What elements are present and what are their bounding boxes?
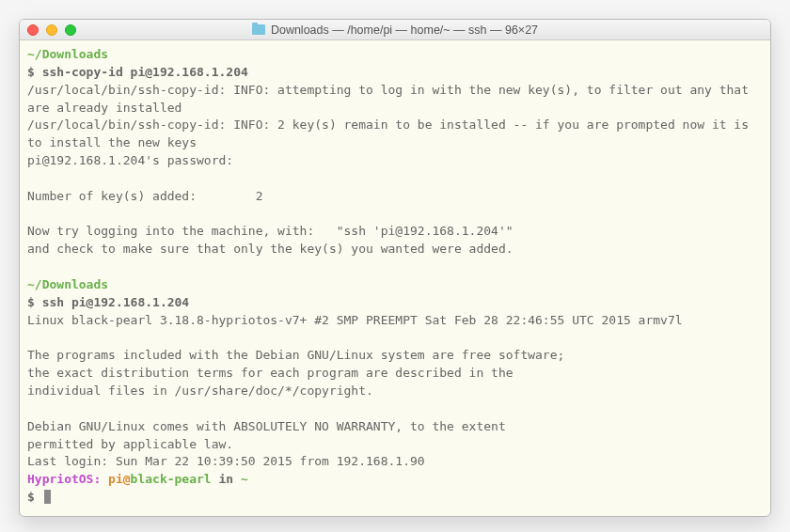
- output-line: Last login: Sun Mar 22 10:39:50 2015 fro…: [27, 454, 425, 468]
- output-line: and check to make sure that only the key…: [27, 242, 514, 256]
- terminal-body[interactable]: ~/Downloads $ ssh-copy-id pi@192.168.1.2…: [20, 40, 770, 516]
- terminal-window: Downloads — /home/pi — home/~ — ssh — 96…: [19, 19, 771, 517]
- output-line: Number of key(s) added: 2: [27, 189, 262, 203]
- output-line: Debian GNU/Linux comes with ABSOLUTELY N…: [27, 419, 506, 433]
- maximize-icon[interactable]: [65, 24, 76, 36]
- cwd-line: ~/Downloads: [27, 277, 108, 291]
- command: ssh-copy-id pi@192.168.1.204: [42, 65, 248, 79]
- output-line: the exact distribution terms for each pr…: [27, 366, 514, 380]
- ps1-at: @: [123, 472, 131, 486]
- cwd-line: ~/Downloads: [27, 47, 108, 61]
- command: ssh pi@192.168.1.204: [42, 295, 190, 309]
- traffic-lights: [20, 24, 76, 36]
- ps1-dir: ~: [241, 472, 248, 486]
- prompt: $: [27, 65, 42, 79]
- prompt: $: [27, 490, 42, 504]
- ps1-host: black-pearl: [131, 472, 212, 486]
- output-line: Now try logging into the machine, with: …: [27, 224, 514, 238]
- title-wrap: Downloads — /home/pi — home/~ — ssh — 96…: [20, 23, 770, 37]
- output-line: Linux black-pearl 3.18.8-hypriotos-v7+ #…: [27, 313, 683, 327]
- ps1-user: pi: [108, 472, 123, 486]
- window-title: Downloads — /home/pi — home/~ — ssh — 96…: [271, 23, 538, 37]
- cursor-icon: [44, 490, 51, 504]
- close-icon[interactable]: [27, 24, 39, 36]
- prompt: $: [27, 295, 42, 309]
- minimize-icon[interactable]: [46, 24, 57, 36]
- output-line: The programs included with the Debian GN…: [27, 348, 564, 362]
- output-line: /usr/local/bin/ssh-copy-id: INFO: attemp…: [27, 83, 756, 115]
- output-line: /usr/local/bin/ssh-copy-id: INFO: 2 key(…: [27, 117, 756, 149]
- titlebar[interactable]: Downloads — /home/pi — home/~ — ssh — 96…: [20, 20, 770, 40]
- output-line: pi@192.168.1.204's password:: [27, 153, 233, 167]
- output-line: individual files in /usr/share/doc/*/cop…: [27, 383, 373, 398]
- ps1-in: in: [212, 472, 241, 486]
- output-line: permitted by applicable law.: [27, 437, 233, 451]
- folder-icon: [252, 24, 265, 35]
- ps1-os: HypriotOS:: [27, 472, 108, 486]
